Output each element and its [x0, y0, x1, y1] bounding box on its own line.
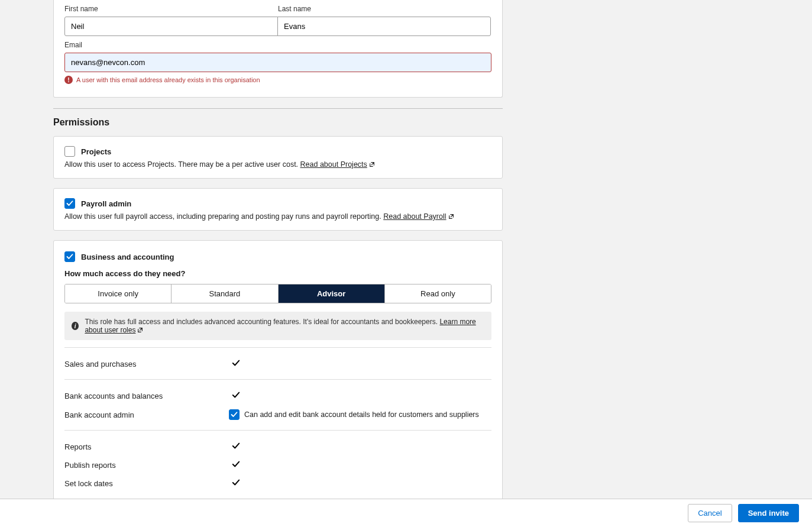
external-link-icon	[448, 214, 454, 219]
last-name-label: Last name	[278, 5, 491, 13]
business-card: Business and accounting How much access …	[53, 240, 503, 527]
feature-reports: Reports	[64, 442, 224, 451]
business-checkbox[interactable]	[64, 251, 75, 262]
check-icon	[224, 359, 248, 369]
payroll-card: Payroll admin Allow this user full payro…	[53, 188, 503, 231]
tab-read-only[interactable]: Read only	[385, 284, 491, 303]
projects-title: Projects	[81, 147, 111, 156]
email-error: ! A user with this email address already…	[64, 76, 491, 84]
first-name-label: First name	[64, 5, 278, 13]
tab-invoice-only[interactable]: Invoice only	[65, 284, 172, 303]
check-icon	[224, 391, 248, 401]
role-segmented-control: Invoice only Standard Advisor Read only	[64, 284, 491, 303]
cancel-button[interactable]: Cancel	[688, 504, 732, 522]
first-name-input[interactable]	[64, 17, 278, 36]
feature-group-reports: Reports Publish reports Set lock dates	[64, 430, 491, 495]
error-icon: !	[64, 76, 73, 84]
send-invite-button[interactable]: Send invite	[738, 504, 799, 522]
external-link-icon	[137, 327, 143, 333]
info-icon: i	[72, 322, 79, 330]
tab-advisor[interactable]: Advisor	[279, 284, 385, 303]
feature-group-sales: Sales and purchases	[64, 347, 491, 376]
projects-checkbox[interactable]	[64, 146, 75, 157]
user-details-card: First name Last name Email ! A user with…	[53, 0, 503, 98]
access-question: How much access do they need?	[64, 269, 491, 278]
payroll-desc: Allow this user full payroll access, inc…	[64, 212, 491, 221]
feature-sales-purchases: Sales and purchases	[64, 360, 224, 368]
projects-desc: Allow this user to access Projects. Ther…	[64, 160, 491, 169]
check-icon	[224, 478, 248, 489]
section-divider	[53, 108, 503, 109]
email-input[interactable]	[64, 53, 491, 72]
feature-set-lock-dates: Set lock dates	[64, 479, 224, 488]
bank-admin-desc: Can add and edit bank account details he…	[244, 410, 479, 419]
external-link-icon	[369, 161, 375, 167]
bank-admin-checkbox[interactable]	[229, 409, 240, 420]
business-title: Business and accounting	[81, 253, 174, 261]
last-name-input[interactable]	[277, 17, 491, 36]
feature-group-bank: Bank accounts and balances Bank account …	[64, 379, 491, 426]
projects-link[interactable]: Read about Projects	[300, 160, 375, 169]
email-label: Email	[64, 41, 491, 49]
payroll-title: Payroll admin	[81, 199, 131, 208]
check-icon	[224, 442, 248, 452]
role-info: i This role has full access and includes…	[64, 312, 491, 340]
payroll-link[interactable]: Read about Payroll	[383, 212, 454, 221]
email-error-text: A user with this email address already e…	[76, 76, 260, 83]
payroll-checkbox[interactable]	[64, 198, 75, 209]
projects-card: Projects Allow this user to access Proje…	[53, 136, 503, 179]
footer-bar: Cancel Send invite	[0, 499, 812, 527]
feature-bank-balances: Bank accounts and balances	[64, 392, 224, 400]
tab-standard[interactable]: Standard	[172, 284, 278, 303]
check-icon	[224, 460, 248, 470]
permissions-heading: Permissions	[53, 117, 503, 128]
feature-bank-admin: Bank account admin	[64, 410, 224, 419]
feature-publish-reports: Publish reports	[64, 461, 224, 470]
